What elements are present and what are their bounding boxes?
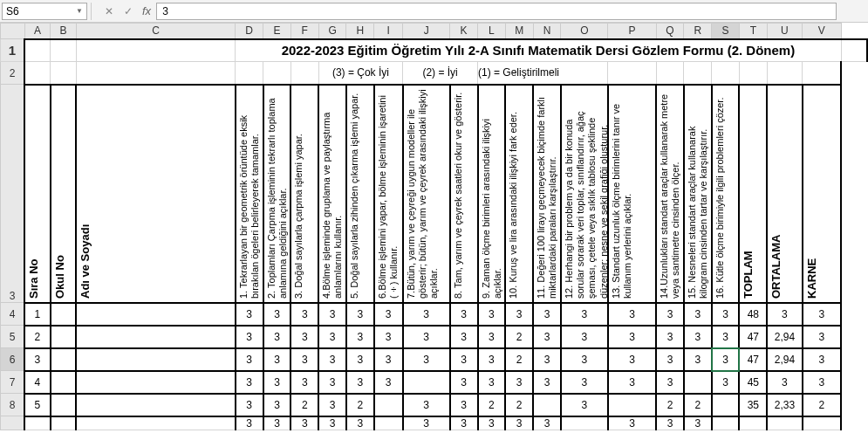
- col-header-G[interactable]: G: [318, 24, 346, 39]
- cell[interactable]: 2: [505, 394, 533, 416]
- row-header[interactable]: 4: [1, 303, 25, 326]
- cell[interactable]: 3: [263, 371, 291, 394]
- cell[interactable]: 3: [290, 348, 318, 371]
- cell[interactable]: 3: [346, 326, 374, 348]
- col-header-P[interactable]: P: [608, 24, 656, 39]
- row-header[interactable]: 6: [1, 348, 25, 371]
- cell[interactable]: 3: [236, 416, 263, 430]
- cell[interactable]: 3: [533, 348, 561, 371]
- cell[interactable]: 3: [608, 303, 656, 326]
- cell[interactable]: 3: [236, 394, 263, 416]
- cell[interactable]: 3: [608, 416, 656, 430]
- cell[interactable]: 3: [478, 348, 506, 371]
- cell[interactable]: 3: [803, 303, 842, 326]
- cell[interactable]: 3: [478, 371, 506, 394]
- cell[interactable]: 3: [505, 371, 533, 394]
- cell[interactable]: [712, 416, 740, 430]
- cell[interactable]: 3: [290, 303, 318, 326]
- col-header-U[interactable]: U: [767, 24, 802, 39]
- cell[interactable]: 48: [739, 303, 767, 326]
- row-header[interactable]: 8: [1, 394, 25, 416]
- row-header[interactable]: [1, 416, 25, 430]
- cell[interactable]: 2,94: [767, 348, 802, 371]
- col-header-N[interactable]: N: [533, 24, 561, 39]
- col-header-H[interactable]: H: [346, 24, 374, 39]
- cell[interactable]: 3: [561, 348, 608, 371]
- cell[interactable]: 3: [684, 348, 712, 371]
- cell[interactable]: 3: [803, 348, 842, 371]
- cell[interactable]: [76, 348, 235, 371]
- cell[interactable]: 3: [533, 303, 561, 326]
- cell[interactable]: 3: [561, 326, 608, 348]
- cell[interactable]: 3: [712, 303, 740, 326]
- cell[interactable]: 2,94: [767, 326, 802, 348]
- cell[interactable]: 3: [608, 348, 656, 371]
- cell[interactable]: 3: [318, 416, 346, 430]
- cell[interactable]: 3: [656, 303, 684, 326]
- col-header-L[interactable]: L: [478, 24, 506, 39]
- cancel-icon[interactable]: ✕: [102, 4, 116, 18]
- cell[interactable]: 3: [318, 326, 346, 348]
- cell[interactable]: [608, 394, 656, 416]
- cell[interactable]: [51, 416, 77, 430]
- cell[interactable]: [374, 416, 403, 430]
- cell[interactable]: 3: [478, 416, 506, 430]
- col-header-S[interactable]: S: [712, 24, 740, 39]
- cell[interactable]: 3: [403, 416, 450, 430]
- col-header-K[interactable]: K: [450, 24, 478, 39]
- cell[interactable]: [767, 416, 802, 430]
- cell[interactable]: 2: [505, 326, 533, 348]
- row-header[interactable]: 2: [1, 62, 25, 85]
- cell[interactable]: 3: [263, 348, 291, 371]
- cell[interactable]: 3: [374, 303, 403, 326]
- cell[interactable]: 3: [290, 416, 318, 430]
- cell[interactable]: 3: [656, 326, 684, 348]
- cell[interactable]: [76, 394, 235, 416]
- cell[interactable]: 3: [561, 371, 608, 394]
- col-header-T[interactable]: T: [739, 24, 767, 39]
- cell[interactable]: [76, 416, 235, 430]
- spreadsheet-grid[interactable]: ABCDEFGHIJKLMNOPQRSTUV 1 2022-2023 Eğiti…: [0, 23, 868, 430]
- cell[interactable]: 3: [346, 348, 374, 371]
- chevron-down-icon[interactable]: ▼: [76, 7, 83, 15]
- row-header[interactable]: 5: [1, 326, 25, 348]
- cell[interactable]: 2,33: [767, 394, 802, 416]
- cell[interactable]: 3: [290, 371, 318, 394]
- check-icon[interactable]: ✓: [121, 4, 135, 18]
- cell[interactable]: 3: [450, 394, 478, 416]
- cell[interactable]: 3: [24, 348, 51, 371]
- cell[interactable]: [51, 348, 77, 371]
- cell[interactable]: 3: [505, 303, 533, 326]
- cell[interactable]: [76, 371, 235, 394]
- cell[interactable]: 3: [533, 371, 561, 394]
- cell[interactable]: 3: [684, 326, 712, 348]
- col-header-B[interactable]: B: [51, 24, 77, 39]
- cell[interactable]: [51, 326, 77, 348]
- cell[interactable]: [76, 326, 235, 348]
- cell[interactable]: 2: [803, 394, 842, 416]
- col-header-J[interactable]: J: [403, 24, 450, 39]
- cell[interactable]: 2: [478, 394, 506, 416]
- cell[interactable]: 3: [318, 303, 346, 326]
- col-header-F[interactable]: F: [290, 24, 318, 39]
- cell[interactable]: 3: [767, 371, 802, 394]
- cell[interactable]: 3: [561, 303, 608, 326]
- cell[interactable]: [24, 416, 51, 430]
- cell[interactable]: 3: [263, 303, 291, 326]
- cell[interactable]: 2: [505, 348, 533, 371]
- cell[interactable]: [803, 416, 842, 430]
- row-header[interactable]: 1: [1, 39, 25, 62]
- name-box[interactable]: S6 ▼: [2, 3, 87, 20]
- col-header-R[interactable]: R: [684, 24, 712, 39]
- cell[interactable]: 3: [450, 416, 478, 430]
- cell[interactable]: 3: [656, 371, 684, 394]
- cell[interactable]: 3: [712, 348, 740, 371]
- cell[interactable]: 2: [656, 394, 684, 416]
- cell[interactable]: 3: [608, 371, 656, 394]
- cell[interactable]: 3: [374, 371, 403, 394]
- col-header-M[interactable]: M: [505, 24, 533, 39]
- cell[interactable]: 3: [374, 326, 403, 348]
- cell[interactable]: 3: [450, 348, 478, 371]
- cell[interactable]: 3: [374, 348, 403, 371]
- cell[interactable]: [533, 394, 561, 416]
